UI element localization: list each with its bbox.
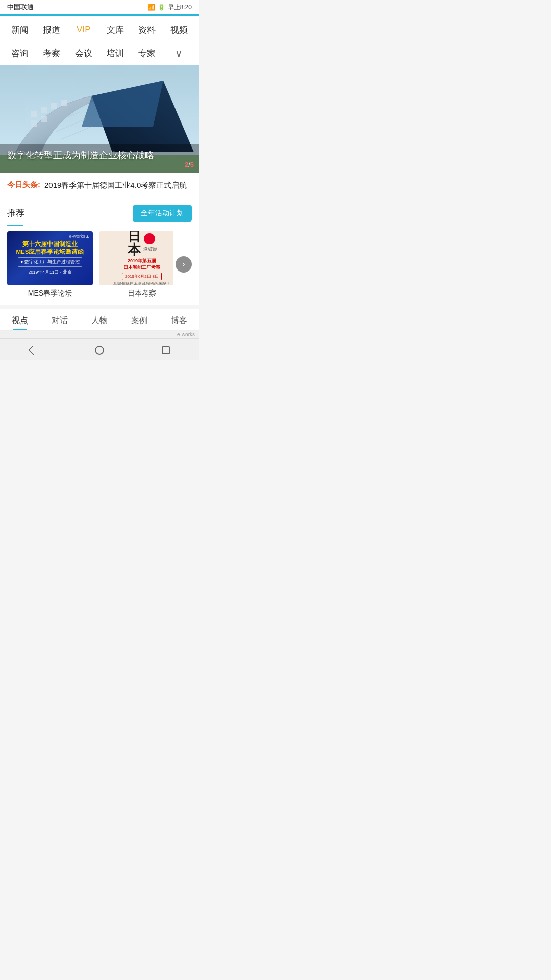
nav-item-consult[interactable]: 咨询 <box>4 43 36 63</box>
chevron-right-icon: › <box>182 260 185 269</box>
mes-title-line1: 第十六届中国制造业MES应用春季论坛邀请函 <box>16 240 84 256</box>
activity-plan-button[interactable]: 全年活动计划 <box>133 205 192 222</box>
japan-subtitle: 2019年第五届日本智能工厂考察 <box>123 258 160 271</box>
card-mes-label: MES春季论坛 <box>28 289 72 298</box>
japan-deco: 遊清遊 <box>143 233 157 253</box>
tab-dialogue[interactable]: 对话 <box>40 309 80 330</box>
card-container: e-works▲ 第十六届中国制造业MES应用春季论坛邀请函 ● 数字化工厂与生… <box>7 231 173 298</box>
mes-logo: e-works▲ <box>69 234 90 239</box>
banner-total: 5 <box>190 161 194 168</box>
back-icon <box>28 345 38 355</box>
system-nav-bar <box>0 338 199 360</box>
svg-rect-7 <box>41 107 47 113</box>
svg-rect-8 <box>51 103 57 109</box>
card-japan-image[interactable]: 日本 遊清遊 2019年第五届日本智能工厂考察 2019年6月2日-8日 共同领… <box>99 231 173 285</box>
nav-row-2: 咨询 考察 会议 培训 专家 ∨ <box>0 41 199 65</box>
battery-icon: 🔋 <box>158 4 165 11</box>
svg-rect-10 <box>31 120 37 127</box>
time-label: 早上8:20 <box>168 3 192 12</box>
nav-item-news[interactable]: 新闻 <box>4 20 36 40</box>
svg-rect-6 <box>31 111 37 117</box>
mes-subtitle: ● 数字化工厂与生产过程管控 <box>18 257 82 267</box>
tab-blog[interactable]: 博客 <box>159 309 199 330</box>
nav-item-conference[interactable]: 会议 <box>68 43 99 63</box>
nav-item-vip[interactable]: VIP <box>68 20 99 39</box>
headline-bar[interactable]: 今日头条: 2019春季第十届德国工业4.0考察正式启航 <box>0 173 199 199</box>
status-bar: 中国联通 📶 🔋 早上8:20 <box>0 0 199 14</box>
headline-text: 2019春季第十届德国工业4.0考察正式启航 <box>44 180 187 191</box>
card-japan[interactable]: 日本 遊清遊 2019年第五届日本智能工厂考察 2019年6月2日-8日 共同领… <box>99 231 173 298</box>
japan-date: 2019年6月2日-8日 <box>122 273 162 280</box>
card-row: e-works▲ 第十六届中国制造业MES应用春季论坛邀请函 ● 数字化工厂与生… <box>0 226 199 305</box>
nav-item-video[interactable]: 视频 <box>163 20 195 40</box>
recommended-underline <box>0 222 199 226</box>
banner[interactable]: 数字化转型正成为制造企业核心战略 2/5 <box>0 65 199 173</box>
nav-item-library[interactable]: 文库 <box>99 20 131 40</box>
nav-item-report[interactable]: 报道 <box>36 20 67 40</box>
svg-rect-11 <box>41 116 47 122</box>
top-nav: 新闻 报道 VIP 文库 资料 视频 咨询 考察 会议 培训 专家 ∨ <box>0 16 199 65</box>
banner-counter: 2/5 <box>185 161 194 168</box>
card-mes[interactable]: e-works▲ 第十六届中国制造业MES应用春季论坛邀请函 ● 数字化工厂与生… <box>7 231 93 298</box>
tab-case[interactable]: 案例 <box>119 309 159 330</box>
japan-sun-icon <box>144 233 155 244</box>
svg-rect-9 <box>61 100 67 106</box>
banner-current: 2 <box>185 161 188 168</box>
nav-more-button[interactable]: ∨ <box>163 43 195 63</box>
content-tabs: 视点 对话 人物 案例 博客 <box>0 309 199 331</box>
headline-label: 今日头条: <box>7 180 40 190</box>
nav-item-expert[interactable]: 专家 <box>131 43 163 63</box>
home-icon <box>95 346 104 355</box>
back-button[interactable] <box>26 343 40 357</box>
recents-icon <box>162 346 170 354</box>
carrier-label: 中国联通 <box>7 3 34 12</box>
recommended-title: 推荐 <box>7 207 24 219</box>
card-japan-label: 日本考察 <box>128 289 156 298</box>
nav-item-resource[interactable]: 资料 <box>131 20 163 40</box>
tab-people[interactable]: 人物 <box>80 309 119 330</box>
japan-desc: 共同领略日本卓越制造的奥秘！ <box>113 282 170 285</box>
recents-button[interactable] <box>159 343 173 357</box>
nav-item-training[interactable]: 培训 <box>99 43 131 63</box>
home-button[interactable] <box>92 343 107 357</box>
tab-active-bar <box>13 329 27 330</box>
watermark-label: e-works <box>177 332 195 337</box>
card-mes-image[interactable]: e-works▲ 第十六届中国制造业MES应用春季论坛邀请函 ● 数字化工厂与生… <box>7 231 93 285</box>
recommended-section-header: 推荐 全年活动计划 <box>0 199 199 222</box>
banner-title: 数字化转型正成为制造企业核心战略 <box>7 149 154 161</box>
signal-icon: 📶 <box>147 4 155 11</box>
japan-calligraphy: 遊清遊 <box>143 246 157 253</box>
mes-date: 2019年4月11日 · 北京 <box>28 270 71 276</box>
japan-top: 日本 遊清遊 <box>128 231 157 256</box>
japan-char: 日本 <box>128 231 141 256</box>
tab-viewpoint[interactable]: 视点 <box>0 309 40 330</box>
next-card-button[interactable]: › <box>176 256 192 273</box>
bottom-watermark: e-works <box>0 331 199 338</box>
nav-item-visit[interactable]: 考察 <box>36 43 67 63</box>
status-icons: 📶 🔋 早上8:20 <box>147 3 192 12</box>
nav-row-1: 新闻 报道 VIP 文库 资料 视频 <box>0 18 199 41</box>
